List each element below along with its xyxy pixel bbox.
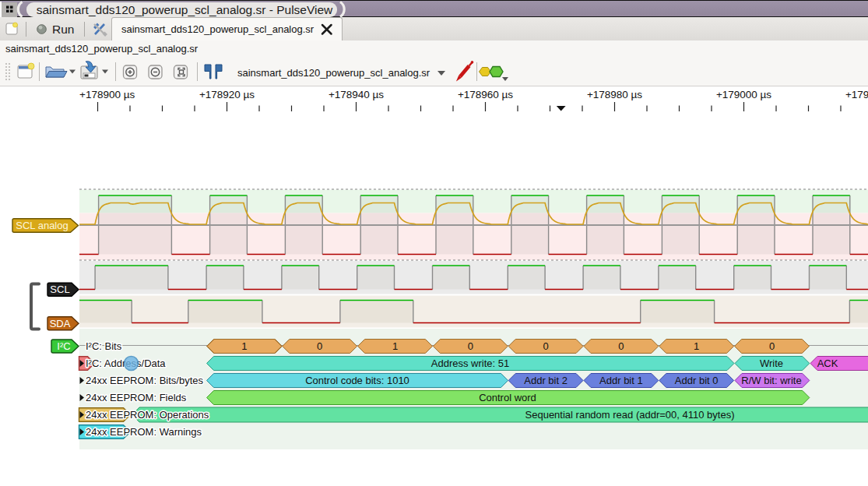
svg-text:SCL: SCL	[50, 284, 69, 295]
svg-text:24xx EEPROM: Bits/bytes: 24xx EEPROM: Bits/bytes	[86, 375, 203, 386]
svg-text:+178940 µs: +178940 µs	[329, 89, 384, 100]
svg-text:I²C: I²C	[57, 340, 70, 352]
svg-text:1: 1	[392, 340, 398, 352]
svg-text:+178920 µs: +178920 µs	[199, 89, 255, 100]
svg-text:Sequential random read (addr=0: Sequential random read (addr=00, 4110 by…	[525, 409, 735, 421]
svg-text:Run: Run	[52, 23, 74, 36]
svg-text:Control word: Control word	[479, 392, 536, 403]
svg-text:+179020 µs: +179020 µs	[845, 89, 868, 100]
svg-text:ACK: ACK	[817, 357, 838, 369]
svg-text:Address write: 51: Address write: 51	[431, 357, 509, 369]
svg-text:+178900 µs: +178900 µs	[79, 89, 135, 100]
svg-text:I²C: Bits: I²C: Bits	[86, 340, 122, 352]
svg-text:24xx EEPROM: Fields: 24xx EEPROM: Fields	[86, 392, 187, 403]
svg-text:0: 0	[618, 340, 624, 352]
svg-text:0: 0	[317, 340, 322, 352]
svg-text:SCL analog: SCL analog	[16, 220, 68, 231]
svg-text:+178960 µs: +178960 µs	[458, 89, 513, 100]
svg-text:Addr bit 0: Addr bit 0	[675, 375, 719, 386]
svg-text:24xx EEPROM: Operations: 24xx EEPROM: Operations	[86, 409, 209, 421]
svg-text:Control code bits: 1010: Control code bits: 1010	[305, 375, 409, 386]
svg-text:0: 0	[468, 340, 473, 352]
svg-text:24xx EEPROM: Warnings: 24xx EEPROM: Warnings	[86, 426, 202, 438]
svg-text:Write: Write	[760, 357, 783, 369]
svg-text:R/W bit: write: R/W bit: write	[741, 375, 801, 386]
svg-text:SDA: SDA	[50, 318, 71, 329]
svg-text:1: 1	[694, 340, 699, 352]
svg-text:0: 0	[769, 340, 775, 352]
svg-text:Addr bit 1: Addr bit 1	[599, 375, 643, 386]
svg-text:0: 0	[543, 340, 548, 352]
svg-text:+178980 µs: +178980 µs	[587, 89, 642, 100]
svg-text:1: 1	[241, 340, 247, 352]
svg-text:+179000 µs: +179000 µs	[716, 89, 771, 100]
svg-text:Addr bit 2: Addr bit 2	[524, 375, 568, 386]
